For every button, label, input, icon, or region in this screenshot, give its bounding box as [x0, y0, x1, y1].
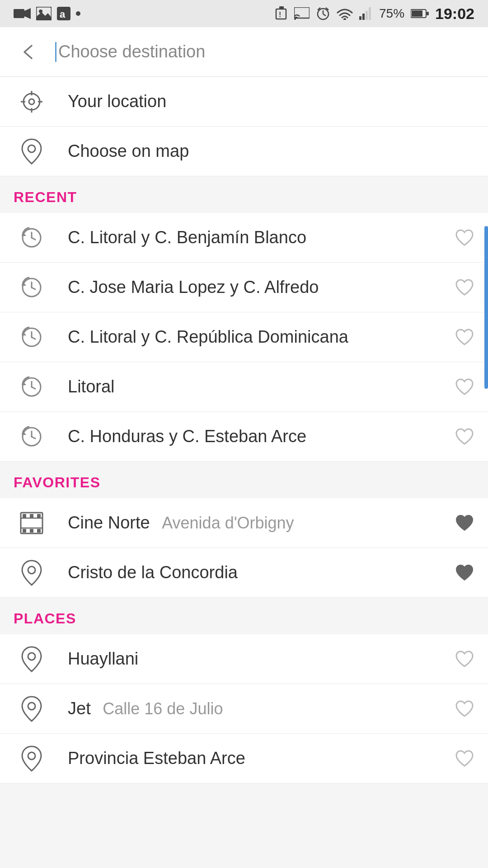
svg-point-53 — [28, 653, 35, 660]
recent-item-3-label: C. Litoral y C. República Dominicana — [50, 327, 438, 347]
heart-outline-icon — [455, 750, 474, 768]
svg-rect-49 — [23, 529, 26, 533]
favorite-btn-p2[interactable] — [438, 700, 474, 718]
favorites-label: FAVORITES — [14, 474, 100, 491]
favorite-btn-r2[interactable] — [438, 278, 474, 297]
favorite-btn-p1[interactable] — [438, 650, 474, 668]
svg-point-52 — [28, 566, 35, 574]
choose-on-map-label: Choose on map — [50, 142, 474, 161]
places-item-2-subtitle: Calle 16 de Julio — [103, 699, 223, 718]
search-input-wrapper[interactable]: Choose destination — [55, 42, 474, 62]
favorites-item-1-subtitle: Avenida d'Orbigny — [162, 514, 294, 532]
your-location-item[interactable]: Your location — [0, 77, 488, 127]
favorite-btn-r1[interactable] — [438, 229, 474, 247]
history-icon — [20, 375, 43, 399]
a-icon: a — [57, 7, 70, 20]
recent-item-2[interactable]: C. Jose Maria Lopez y C. Alfredo — [0, 263, 488, 312]
svg-text:a: a — [60, 9, 66, 20]
svg-text:!: ! — [279, 11, 281, 19]
favorite-btn-p3[interactable] — [438, 750, 474, 768]
svg-point-18 — [343, 18, 346, 20]
heart-outline-icon — [455, 278, 474, 297]
svg-point-55 — [28, 752, 35, 760]
map-pin-icon — [21, 138, 42, 165]
places-item-3-label: Provincia Esteban Arce — [50, 749, 438, 768]
recent-label: RECENT — [14, 189, 77, 205]
favorite-btn-r4[interactable] — [438, 378, 474, 396]
svg-marker-4 — [36, 12, 52, 20]
place-pin-icon — [21, 646, 42, 672]
places-item-3[interactable]: Provincia Esteban Arce — [0, 734, 488, 783]
recent-item-5[interactable]: C. Honduras y C. Esteban Arce — [0, 412, 488, 462]
content-list: Your location Choose on map RECENT — [0, 77, 488, 783]
dot-icon — [76, 11, 80, 16]
text-cursor — [55, 42, 56, 62]
status-bar: a ! — [0, 0, 488, 27]
favorites-item-2-label: Cristo de la Concordia — [50, 563, 438, 582]
place-pin-icon — [21, 696, 42, 722]
history-icon-4 — [14, 375, 50, 399]
svg-rect-48 — [37, 514, 41, 518]
recent-item-4-label: Litoral — [50, 377, 438, 396]
heart-outline-icon — [455, 428, 474, 446]
svg-rect-21 — [366, 11, 368, 20]
film-icon-wrapper — [14, 512, 50, 534]
favorites-item-1[interactable]: Cine Norte Avenida d'Orbigny — [0, 498, 488, 548]
svg-rect-9 — [279, 6, 284, 9]
status-bar-left: a — [14, 7, 80, 20]
favorite-btn-r5[interactable] — [438, 428, 474, 446]
recent-item-3[interactable]: C. Litoral y C. República Dominicana — [0, 312, 488, 362]
places-item-2[interactable]: Jet Calle 16 de Julio — [0, 684, 488, 734]
heart-filled-icon — [455, 564, 474, 582]
favorites-section-header: FAVORITES — [0, 462, 488, 498]
history-icon-1 — [14, 226, 50, 250]
places-section-header: PLACES — [0, 598, 488, 634]
svg-rect-47 — [30, 514, 33, 518]
svg-rect-0 — [14, 9, 24, 18]
places-label: PLACES — [14, 610, 76, 627]
heart-outline-icon — [455, 650, 474, 668]
crosshair-icon — [20, 90, 43, 113]
heart-outline-icon — [455, 328, 474, 346]
svg-rect-24 — [412, 10, 422, 17]
svg-point-27 — [29, 99, 34, 104]
svg-point-54 — [28, 703, 35, 710]
choose-on-map-item[interactable]: Choose on map — [0, 127, 488, 176]
svg-rect-22 — [369, 7, 371, 20]
recent-item-1[interactable]: C. Litoral y C. Benjamín Blanco — [0, 213, 488, 263]
battery-alert-icon: ! — [275, 6, 288, 21]
place-pin-3-wrapper — [14, 745, 50, 772]
favorite-btn-f2[interactable] — [438, 564, 474, 582]
svg-rect-11 — [294, 7, 310, 18]
svg-point-7 — [76, 11, 80, 16]
svg-point-3 — [39, 9, 42, 13]
recent-item-5-label: C. Honduras y C. Esteban Arce — [50, 427, 438, 446]
map-pin2-icon-wrapper — [14, 560, 50, 586]
favorite-btn-f1[interactable] — [438, 514, 474, 532]
favorite-btn-r3[interactable] — [438, 328, 474, 346]
places-item-2-label: Jet Calle 16 de Julio — [50, 699, 438, 718]
recent-item-2-label: C. Jose Maria Lopez y C. Alfredo — [50, 278, 438, 297]
battery-icon — [411, 9, 429, 19]
video-camera-icon — [14, 7, 31, 20]
svg-rect-25 — [427, 12, 429, 15]
favorites-item-1-label: Cine Norte Avenida d'Orbigny — [50, 513, 438, 533]
status-time: 19:02 — [435, 5, 474, 23]
recent-item-4[interactable]: Litoral — [0, 362, 488, 412]
place-pin-icon — [21, 745, 42, 772]
svg-marker-1 — [24, 8, 31, 19]
alarm-icon — [316, 6, 330, 21]
favorites-item-2[interactable]: Cristo de la Concordia — [0, 548, 488, 598]
svg-point-26 — [23, 94, 40, 110]
signal-icon — [359, 7, 373, 20]
svg-rect-20 — [362, 14, 365, 20]
back-arrow-icon — [18, 42, 38, 62]
heart-filled-icon — [455, 514, 474, 532]
places-item-1[interactable]: Huayllani — [0, 634, 488, 684]
wifi-icon — [337, 7, 353, 20]
recent-item-1-label: C. Litoral y C. Benjamín Blanco — [50, 228, 438, 247]
svg-rect-51 — [37, 529, 41, 533]
back-button[interactable] — [14, 38, 42, 66]
svg-rect-46 — [23, 514, 26, 518]
crosshair-icon-wrapper — [14, 90, 50, 113]
